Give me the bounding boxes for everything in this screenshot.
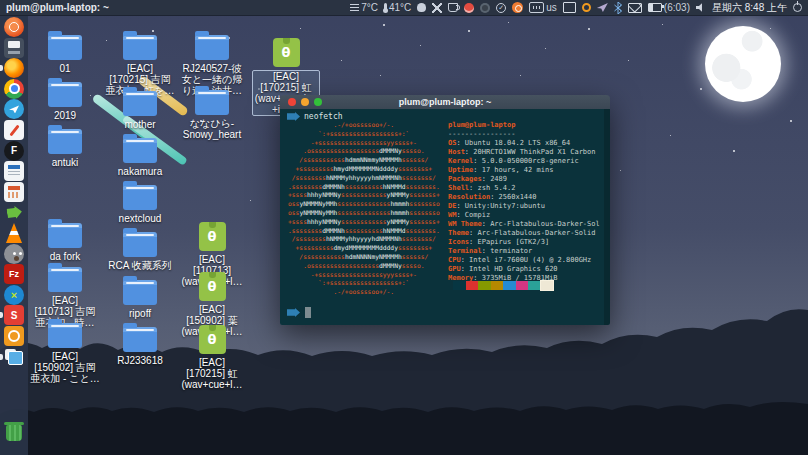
icon-label: RJ233618: [117, 355, 163, 366]
launcher-item-file-manager[interactable]: [4, 38, 24, 58]
display-tray-icon[interactable]: [563, 2, 576, 13]
check-tray-icon[interactable]: ✓: [496, 3, 506, 13]
ubuntu-tray-icon[interactable]: [512, 2, 523, 13]
launcher-item-firefox[interactable]: [4, 58, 24, 78]
launcher-item-sync-app[interactable]: ×: [4, 285, 24, 305]
sync-app-icon: ×: [4, 285, 24, 305]
palette-swatch: [541, 281, 554, 290]
desktop-folder[interactable]: mother: [100, 86, 180, 130]
power-icon[interactable]: [793, 3, 802, 12]
outside-temp: 7°C: [361, 2, 378, 13]
desktop-folder[interactable]: [EAC][150902] 吉岡亜衣加 - こと…: [25, 318, 105, 384]
terminator-terminal-icon: [4, 347, 24, 367]
terminal-title: plum@plum-laptop: ~: [280, 97, 610, 107]
caffeine-tray-icon[interactable]: [448, 3, 458, 12]
paw-tray-icon[interactable]: [417, 3, 426, 12]
desktop-folder[interactable]: nextcloud: [100, 180, 180, 224]
thermometer-icon: [384, 3, 387, 12]
launcher-item-ubuntu-dash[interactable]: [4, 17, 24, 37]
filezilla-icon: Fz: [4, 264, 24, 284]
audio-file-icon: θ: [199, 325, 226, 354]
icon-label: da fork: [50, 251, 81, 262]
terminal-cursor: [305, 307, 311, 318]
palette-swatch: [478, 281, 491, 290]
orange-ring-tray-icon[interactable]: [582, 3, 591, 12]
red-tray-icon[interactable]: [464, 3, 474, 13]
terminal-body[interactable]: neofetch .-/+oossssoo+/-. `:+sssssssssss…: [280, 109, 610, 325]
weather-indicator[interactable]: 7°C: [350, 2, 378, 13]
audio-file-icon: θ: [199, 222, 226, 251]
tools-tray-icon[interactable]: [432, 3, 442, 13]
palette-swatch: [466, 281, 479, 290]
icon-label: nakamura: [118, 166, 162, 177]
desktop-folder[interactable]: da fork: [25, 218, 105, 262]
launcher-item-trash[interactable]: [4, 423, 24, 443]
prompt-line-2: [287, 307, 311, 318]
telegram-tray-icon[interactable]: [597, 3, 608, 12]
gimp-icon: [4, 244, 24, 264]
battery-indicator[interactable]: (6:03): [648, 2, 690, 13]
running-indicator: [0, 354, 3, 360]
keyboard-icon: [529, 2, 544, 13]
volume-icon[interactable]: [696, 3, 706, 13]
layout-code: us: [546, 2, 557, 13]
desktop-audio-file[interactable]: θ[EAC][170215] 虹(wav+cue+l…: [172, 325, 252, 390]
text-editor-icon: [4, 120, 24, 140]
desktop-folder[interactable]: 01: [25, 30, 105, 74]
desktop[interactable]: 012019antukida fork[EAC][110713] 吉岡亜衣加 -…: [0, 0, 808, 455]
cpu-temp: 41°C: [389, 2, 411, 13]
launcher-item-libreoffice-writer[interactable]: [4, 161, 24, 181]
launcher-item-software-app[interactable]: [4, 326, 24, 346]
audio-file-icon: θ: [273, 38, 300, 67]
desktop-folder[interactable]: ripoff: [100, 275, 180, 319]
icon-label: mother: [124, 119, 155, 130]
command-text: neofetch: [304, 112, 343, 121]
keyboard-layout-indicator[interactable]: us: [529, 2, 557, 13]
launcher-item-telegram[interactable]: [4, 99, 24, 119]
terminal-window[interactable]: plum@plum-laptop: ~ neofetch .-/+oosssso…: [280, 95, 610, 325]
launcher-item-terminator-terminal[interactable]: [4, 347, 24, 367]
sensor-indicator[interactable]: 41°C: [384, 2, 411, 13]
bluetooth-icon[interactable]: [614, 2, 622, 14]
launcher-item-playonlinux[interactable]: [4, 202, 24, 222]
palette-swatch: [528, 281, 541, 290]
desktop-folder[interactable]: RJ233618: [100, 322, 180, 366]
weather-icon: [350, 4, 359, 11]
file-manager-icon: [4, 38, 24, 58]
dark-tray-icon[interactable]: [480, 3, 490, 13]
icon-label: ななひら-Snowy_heart: [183, 118, 241, 140]
libreoffice-writer-icon: [4, 161, 24, 181]
audio-file-icon: θ: [199, 272, 226, 301]
folder-icon: [123, 138, 157, 163]
terminal-scrollbar[interactable]: [604, 109, 610, 325]
launcher-item-gimp[interactable]: [4, 244, 24, 264]
launcher-item-text-editor[interactable]: [4, 120, 24, 140]
libreoffice-impress-icon: [4, 182, 24, 202]
input-method-icon: S: [4, 305, 24, 325]
firefox-icon: [4, 58, 24, 78]
playonlinux-icon: [4, 202, 24, 222]
icon-label: antuki: [52, 157, 79, 168]
desktop-folder[interactable]: 2019: [25, 77, 105, 121]
desktop-folder[interactable]: antuki: [25, 124, 105, 168]
running-indicator: [0, 312, 3, 318]
prompt-line: neofetch: [287, 112, 343, 121]
desktop-folder[interactable]: nakamura: [100, 133, 180, 177]
mail-tray-icon[interactable]: [628, 3, 642, 13]
terminal-titlebar[interactable]: plum@plum-laptop: ~: [280, 95, 610, 109]
launcher-item-f-app[interactable]: F: [4, 141, 24, 161]
launcher-item-libreoffice-impress[interactable]: [4, 182, 24, 202]
clock[interactable]: 星期六 8:48 上午: [712, 1, 787, 15]
launcher-item-chrome[interactable]: [4, 79, 24, 99]
launcher-item-filezilla[interactable]: Fz: [4, 264, 24, 284]
folder-icon: [123, 232, 157, 257]
folder-icon: [123, 185, 157, 210]
launcher-item-vlc[interactable]: [4, 223, 24, 243]
icon-label: 01: [59, 63, 70, 74]
desktop-folder[interactable]: RCA 收藏系列: [100, 227, 180, 271]
desktop-folder[interactable]: ななひら-Snowy_heart: [172, 85, 252, 140]
launcher-item-input-method[interactable]: S: [4, 305, 24, 325]
top-panel: plum@plum-laptop: ~ 7°C 41°C ✓ us: [0, 0, 808, 16]
folder-icon: [48, 223, 82, 248]
folder-icon: [123, 35, 157, 60]
